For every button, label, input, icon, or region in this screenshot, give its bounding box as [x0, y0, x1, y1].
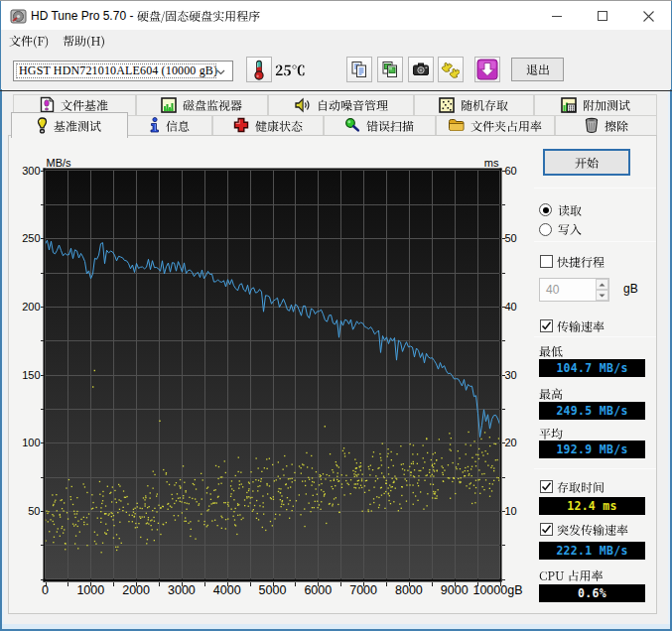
copy-image-icon — [381, 61, 399, 78]
separator — [534, 241, 656, 242]
short-stroke-checkbox[interactable] — [540, 255, 554, 269]
short-stroke-label: 快捷行程 — [557, 253, 605, 270]
svg-text:200: 200 — [22, 301, 40, 313]
short-stroke-text: 快捷行程 — [557, 253, 605, 270]
window-glow-right — [668, 30, 670, 626]
svg-text:10000gB: 10000gB — [472, 583, 522, 597]
svg-text:300: 300 — [22, 165, 40, 177]
spin-up-button[interactable] — [596, 279, 608, 290]
svg-text:150: 150 — [22, 369, 40, 381]
cpu-usage-value: 0.6% — [539, 584, 645, 602]
screenshot-button[interactable] — [408, 57, 434, 82]
burst-rate-text: 突发传输速率 — [557, 521, 628, 538]
maximum-text: 最高 — [539, 385, 563, 402]
minimum-value: 104.7 MB/s — [539, 359, 645, 377]
read-radio[interactable] — [539, 203, 552, 216]
minimum-label: 最低 — [539, 342, 563, 359]
drive-select[interactable]: HGST HDN721010ALE604 (10000 gB) — [13, 61, 233, 81]
benchmark-icon — [37, 117, 48, 134]
minimum-text: 最低 — [539, 342, 563, 359]
transfer-rate-text: 传输速率 — [557, 317, 605, 334]
minimize-button[interactable] — [534, 2, 580, 30]
error-scan-label: 错误扫描 — [366, 117, 414, 134]
svg-text:250: 250 — [22, 232, 40, 244]
info-label: 信息 — [166, 117, 190, 134]
title-bar[interactable]: HD Tune Pro 5.70 - HD Tune Pro 5.70 - 硬盘… — [1, 1, 671, 30]
tab-info[interactable]: 信息 — [127, 115, 212, 136]
erase-label: 擦除 — [605, 117, 628, 134]
start-label: 开始 — [575, 154, 599, 171]
svg-text:10: 10 — [505, 505, 517, 517]
window-title: HD Tune Pro 5.70 - HD Tune Pro 5.70 - 硬盘… — [31, 1, 260, 30]
tab-noise-management[interactable]: 自动噪音管理 — [268, 94, 414, 115]
svg-text:4000: 4000 — [213, 583, 241, 597]
close-button[interactable] — [625, 2, 671, 30]
average-value: 192.9 MB/s — [539, 441, 645, 458]
svg-text:9000: 9000 — [441, 583, 469, 597]
update-button[interactable] — [474, 57, 500, 82]
write-radio[interactable] — [539, 223, 552, 236]
benchmark-label: 基准测试 — [54, 117, 101, 134]
burst-rate-checkbox[interactable] — [540, 523, 554, 537]
burst-rate-value-text: 222.1 MB/s — [556, 544, 627, 558]
menu-help-label: 帮助(H) — [63, 32, 105, 49]
tab-error-scan[interactable]: 错误扫描 — [324, 115, 436, 136]
menu-help[interactable]: 帮助(H) — [62, 30, 105, 52]
separator — [534, 468, 656, 469]
close-icon — [643, 11, 654, 22]
window-title-cjk: HD Tune Pro 5.70 - 硬盘/固态硬盘实用程序 — [137, 7, 260, 24]
short-stroke-unit-text: gB — [623, 282, 638, 296]
tab-folder-usage[interactable]: 文件夹占用率 — [436, 115, 556, 136]
svg-text:30: 30 — [505, 369, 517, 381]
access-time-checkbox[interactable] — [540, 480, 554, 494]
spin-down-button[interactable] — [596, 290, 608, 301]
menu-file[interactable]: 文件(F) — [9, 30, 50, 52]
svg-text:0: 0 — [42, 583, 49, 597]
svg-text:60: 60 — [505, 165, 517, 177]
thermometer-icon — [250, 60, 268, 80]
tab-extra-tests[interactable]: 附加测试 — [534, 94, 657, 115]
access-time-value-text: 12.4 ms — [567, 499, 617, 513]
short-stroke-spinner[interactable]: 40 — [539, 278, 609, 303]
tab-disk-monitor[interactable]: 磁盘监视器 — [136, 94, 269, 115]
tab-erase[interactable]: 擦除 — [555, 115, 657, 136]
svg-text:1000: 1000 — [76, 583, 104, 597]
maximum-label: 最高 — [539, 385, 563, 402]
burst-rate-label: 突发传输速率 — [557, 521, 628, 538]
menu-file-label: 文件(F) — [9, 32, 49, 49]
random-access-label: 随机存取 — [461, 96, 508, 113]
disk-monitor-icon — [161, 97, 177, 113]
exit-label: 退出 — [526, 61, 550, 77]
svg-text:8000: 8000 — [395, 583, 423, 597]
donate-button[interactable] — [438, 57, 464, 82]
access-time-text: 存取时间 — [557, 478, 605, 495]
tab-health-status[interactable]: 健康状态 — [212, 115, 324, 136]
temperature-value: 25℃ — [275, 57, 306, 82]
cpu-usage-value-text: 0.6% — [578, 586, 606, 600]
copy-text-button[interactable] — [346, 57, 372, 82]
access-time-label: 存取时间 — [557, 478, 605, 495]
tab-random-access[interactable]: 随机存取 — [414, 94, 535, 115]
app-icon — [10, 8, 27, 28]
separator — [534, 188, 656, 189]
maximum-value: 249.5 MB/s — [539, 402, 645, 420]
exit-button[interactable]: 退出 — [511, 58, 564, 81]
menu-bar: 文件(F) 帮助(H) — [1, 30, 671, 52]
transfer-rate-checkbox[interactable] — [540, 319, 554, 333]
cpu-usage-text: CPU 占用率 — [539, 567, 604, 583]
temperature-button[interactable] — [246, 57, 272, 82]
copy-image-button[interactable] — [377, 57, 403, 82]
read-text: 读取 — [558, 201, 582, 218]
average-value-text: 192.9 MB/s — [556, 442, 627, 456]
tab-benchmark[interactable]: 基准测试 — [11, 112, 128, 138]
svg-text:ms: ms — [484, 157, 499, 169]
update-download-icon — [476, 59, 498, 80]
start-button[interactable]: 开始 — [543, 149, 630, 177]
access-time-value: 12.4 ms — [539, 497, 645, 515]
svg-text:7000: 7000 — [349, 583, 377, 597]
hd-tune-window: HD Tune Pro 5.70 - HD Tune Pro 5.70 - 硬盘… — [0, 0, 672, 631]
disk-monitor-label: 磁盘监视器 — [183, 96, 242, 113]
maximize-button[interactable] — [580, 2, 625, 30]
info-icon — [150, 117, 160, 133]
burst-rate-value: 222.1 MB/s — [539, 542, 645, 560]
